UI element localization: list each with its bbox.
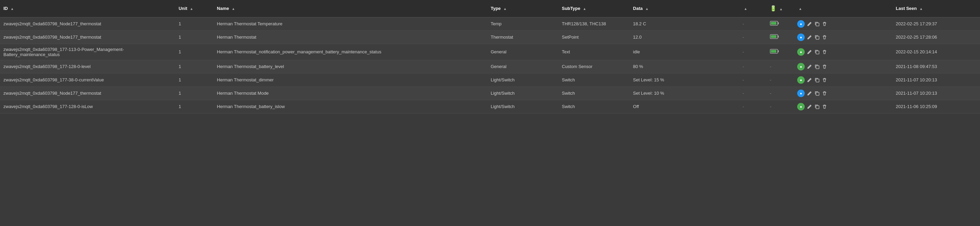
col-header-icons2[interactable]: 🔋 ▲ — [767, 0, 794, 17]
cell-name: Herman Thermostat Temperature — [213, 17, 487, 30]
status-icon[interactable]: ● — [797, 76, 805, 84]
cell-subtype: Switch — [558, 86, 629, 100]
svg-rect-14 — [816, 92, 819, 95]
cell-lastseen: 2022-02-25 17:28:06 — [892, 30, 980, 44]
copy-icon[interactable] — [814, 49, 820, 55]
cell-actions: ● — [794, 86, 892, 100]
svg-rect-6 — [771, 35, 776, 38]
cell-lastseen: 2022-02-15 20:14:14 — [892, 44, 980, 60]
cell-unit: 1 — [175, 44, 213, 60]
svg-rect-5 — [778, 35, 779, 38]
col-lastseen-sort: ▲ — [920, 7, 923, 11]
cell-battery-dash: - — [770, 64, 771, 69]
edit-icon[interactable] — [807, 49, 812, 55]
status-icon[interactable]: ● — [797, 89, 805, 97]
svg-rect-9 — [778, 50, 779, 52]
cell-id: zwavejs2mqtt_0xda603798_177-113-0-Power_… — [0, 44, 175, 60]
trash-icon[interactable] — [822, 64, 827, 69]
col-subtype-sort: ▲ — [583, 7, 586, 11]
col-unit-sort: ▲ — [190, 7, 193, 11]
svg-rect-11 — [816, 51, 819, 54]
cell-subtype: SetPoint — [558, 30, 629, 44]
table-header: ID ▲ Unit ▲ Name ▲ Type ▲ SubType ▲ Data… — [0, 0, 980, 17]
cell-data: Off — [630, 100, 739, 113]
copy-icon[interactable] — [814, 21, 820, 27]
trash-icon[interactable] — [822, 21, 827, 27]
cell-data: 80 % — [630, 60, 739, 73]
trash-icon[interactable] — [822, 49, 827, 55]
col-header-type[interactable]: Type ▲ — [487, 0, 558, 17]
battery-icon — [770, 49, 780, 55]
edit-icon[interactable] — [807, 35, 812, 40]
cell-dash1: - — [739, 60, 767, 73]
edit-icon[interactable] — [807, 104, 812, 110]
col-header-icons3[interactable]: ▲ — [794, 0, 892, 17]
trash-icon[interactable] — [822, 77, 827, 83]
cell-dash1: - — [739, 30, 767, 44]
cell-name: Herman Thermostat_battery_islow — [213, 100, 487, 113]
cell-type: General — [487, 60, 558, 73]
cell-dash1: - — [739, 86, 767, 100]
copy-icon[interactable] — [814, 104, 820, 110]
svg-rect-2 — [771, 22, 776, 25]
cell-subtype: THR128/138, THC138 — [558, 17, 629, 30]
cell-dash1: - — [739, 17, 767, 30]
copy-icon[interactable] — [814, 64, 820, 69]
col-lastseen-label: Last Seen — [896, 6, 917, 11]
status-icon[interactable]: ● — [797, 33, 805, 41]
cell-type: Temp — [487, 17, 558, 30]
col-name-label: Name — [217, 6, 229, 11]
edit-icon[interactable] — [807, 77, 812, 83]
cell-actions: ● — [794, 17, 892, 30]
edit-icon[interactable] — [807, 64, 812, 69]
edit-icon[interactable] — [807, 21, 812, 27]
status-icon[interactable]: ● — [797, 48, 805, 56]
cell-battery: - — [767, 73, 794, 86]
cell-unit: 1 — [175, 86, 213, 100]
col-subtype-label: SubType — [562, 6, 580, 11]
col-header-lastseen[interactable]: Last Seen ▲ — [892, 0, 980, 17]
svg-rect-1 — [778, 22, 779, 24]
cell-name: Herman Thermostat — [213, 30, 487, 44]
table-row: zwavejs2mqtt_0xda603798_177-128-0-level1… — [0, 60, 980, 73]
cell-id: zwavejs2mqtt_0xda603798_Node177_thermost… — [0, 30, 175, 44]
col-id-label: ID — [3, 6, 8, 11]
col-id-sort: ▲ — [11, 7, 14, 11]
col-header-name[interactable]: Name ▲ — [213, 0, 487, 17]
svg-rect-15 — [816, 106, 819, 109]
col-unit-label: Unit — [179, 6, 187, 11]
col-header-id[interactable]: ID ▲ — [0, 0, 175, 17]
status-icon[interactable]: ● — [797, 20, 805, 28]
col-header-data[interactable]: Data ▲ — [630, 0, 739, 17]
trash-icon[interactable] — [822, 104, 827, 110]
cell-battery: - — [767, 60, 794, 73]
col-header-unit[interactable]: Unit ▲ — [175, 0, 213, 17]
col-name-sort: ▲ — [232, 7, 235, 11]
copy-icon[interactable] — [814, 77, 820, 83]
status-icon[interactable]: ● — [797, 63, 805, 70]
cell-type: Light/Switch — [487, 86, 558, 100]
cell-battery — [767, 17, 794, 30]
copy-icon[interactable] — [814, 35, 820, 40]
cell-data: 18.2 C — [630, 17, 739, 30]
cell-name: Herman Thermostat Mode — [213, 86, 487, 100]
cell-lastseen: 2021-11-07 10:20:13 — [892, 73, 980, 86]
cell-unit: 1 — [175, 100, 213, 113]
status-icon[interactable]: ● — [797, 103, 805, 110]
cell-actions: ● — [794, 44, 892, 60]
col-header-icons1[interactable]: ▲ — [739, 0, 767, 17]
table-row: zwavejs2mqtt_0xda603798_177-113-0-Power_… — [0, 44, 980, 60]
cell-lastseen: 2021-11-06 10:25:09 — [892, 100, 980, 113]
svg-rect-13 — [816, 79, 819, 82]
cell-data: Set Level: 10 % — [630, 86, 739, 100]
edit-icon[interactable] — [807, 91, 812, 96]
col-header-subtype[interactable]: SubType ▲ — [558, 0, 629, 17]
copy-icon[interactable] — [814, 91, 820, 96]
cell-id: zwavejs2mqtt_0xda603798_Node177_thermost… — [0, 17, 175, 30]
cell-battery: - — [767, 86, 794, 100]
trash-icon[interactable] — [822, 35, 827, 40]
trash-icon[interactable] — [822, 91, 827, 96]
cell-battery-dash: - — [770, 104, 771, 109]
cell-name: Herman Thermostat_battery_level — [213, 60, 487, 73]
cell-actions: ● — [794, 100, 892, 113]
